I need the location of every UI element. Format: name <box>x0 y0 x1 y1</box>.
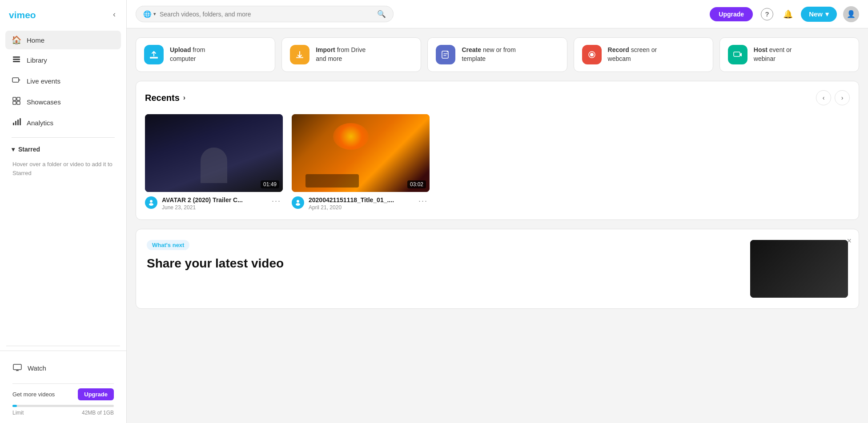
storage-bar-fill <box>12 405 17 407</box>
search-input[interactable] <box>160 11 374 18</box>
action-create[interactable]: Create new or fromtemplate <box>427 37 567 72</box>
storage-bar <box>12 405 114 407</box>
new-chevron-icon: ▾ <box>825 10 829 18</box>
sidebar: vimeo ‹ 🏠 Home Library <box>0 0 127 423</box>
action-host[interactable]: Host event orwebinar <box>719 37 859 72</box>
next-icon: › <box>841 94 844 101</box>
svg-rect-7 <box>17 97 20 100</box>
recents-title[interactable]: Recents › <box>145 93 185 103</box>
svg-rect-14 <box>13 364 21 370</box>
svg-rect-1 <box>13 56 20 58</box>
import-title: Import <box>316 46 335 53</box>
video-2-date: April 21, 2020 <box>309 204 412 211</box>
sidebar-collapse-button[interactable]: ‹ <box>111 8 117 21</box>
whats-next-thumb <box>750 240 848 298</box>
recents-arrow-icon: › <box>183 94 185 102</box>
svg-rect-6 <box>13 97 16 100</box>
sidebar-item-home-label: Home <box>27 36 44 44</box>
video-card-1[interactable]: 01:49 AVATAR 2 (2020) Trailer C... June … <box>145 114 283 211</box>
upload-text: Upload fromcomputer <box>170 46 205 63</box>
svg-point-22 <box>590 53 594 56</box>
sidebar-item-library[interactable]: Library <box>5 50 121 70</box>
svg-point-27 <box>296 203 300 206</box>
svg-rect-9 <box>17 101 20 104</box>
search-bar: 🌐 ▾ 🔍 <box>136 6 394 22</box>
video-1-avatar <box>145 196 157 209</box>
svg-rect-10 <box>13 123 14 125</box>
help-button[interactable]: ? <box>759 6 775 22</box>
svg-rect-3 <box>13 61 20 62</box>
prev-icon: ‹ <box>823 94 825 101</box>
new-button-label: New <box>809 10 823 18</box>
sidebar-item-analytics[interactable]: Analytics <box>5 113 121 133</box>
sidebar-header: vimeo ‹ <box>0 0 126 29</box>
svg-rect-2 <box>13 59 20 60</box>
svg-point-24 <box>150 200 153 203</box>
sidebar-item-library-label: Library <box>27 56 47 64</box>
upgrade-section: Get more videos Upgrade Limit 42MB of 1G… <box>6 388 120 416</box>
video-2-title: 20200421151118_Title_01_.... <box>309 196 412 204</box>
topbar-upgrade-button[interactable]: Upgrade <box>710 7 753 21</box>
svg-rect-12 <box>17 120 19 125</box>
sidebar-item-showcases[interactable]: Showcases <box>5 92 121 112</box>
whats-next-section: What's next Share your latest video × <box>136 229 859 309</box>
whats-next-title: Share your latest video <box>147 256 284 271</box>
action-upload[interactable]: Upload fromcomputer <box>136 37 275 72</box>
whats-next-close-button[interactable]: × <box>847 236 852 246</box>
main-content: 🌐 ▾ 🔍 Upgrade ? 🔔 New ▾ 👤 <box>127 0 868 423</box>
video-1-date: June 23, 2021 <box>162 204 265 211</box>
sidebar-item-live-events[interactable]: Live events <box>5 71 121 91</box>
videos-grid: 01:49 AVATAR 2 (2020) Trailer C... June … <box>145 114 850 211</box>
svg-rect-4 <box>12 78 19 82</box>
chevron-down-icon: ▾ <box>12 146 15 153</box>
sidebar-item-watch[interactable]: Watch <box>6 358 120 378</box>
video-meta-1: AVATAR 2 (2020) Trailer C... June 23, 20… <box>162 196 265 211</box>
import-icon <box>290 45 309 64</box>
action-import[interactable]: Import from Driveand more <box>281 37 421 72</box>
watch-icon <box>12 363 22 374</box>
topbar: 🌐 ▾ 🔍 Upgrade ? 🔔 New ▾ 👤 <box>127 0 868 28</box>
notifications-button[interactable]: 🔔 <box>781 8 795 21</box>
quick-actions: Upload fromcomputer Import from Driveand… <box>136 37 859 72</box>
sidebar-item-live-events-label: Live events <box>27 77 60 85</box>
svg-rect-8 <box>13 101 16 104</box>
video-2-more-button[interactable]: ··· <box>417 196 430 206</box>
starred-hint: Hover over a folder or video to add it t… <box>12 160 115 177</box>
recents-next-button[interactable]: › <box>835 90 850 105</box>
video-1-more-button[interactable]: ··· <box>270 196 283 206</box>
sidebar-bottom: Watch Get more videos Upgrade Limit 42MB… <box>0 351 126 423</box>
search-globe[interactable]: 🌐 ▾ <box>143 10 156 18</box>
bell-icon: 🔔 <box>783 10 793 19</box>
avatar[interactable]: 👤 <box>843 6 859 22</box>
whats-next-badge: What's next <box>147 240 189 250</box>
search-icon[interactable]: 🔍 <box>377 10 386 18</box>
limit-label: Limit <box>12 410 24 416</box>
starred-header[interactable]: ▾ Starred <box>12 142 115 156</box>
recents-prev-button[interactable]: ‹ <box>816 90 831 105</box>
video-info-1: AVATAR 2 (2020) Trailer C... June 23, 20… <box>145 196 283 211</box>
sidebar-item-watch-label: Watch <box>28 364 46 372</box>
globe-chevron-icon: ▾ <box>153 11 156 17</box>
video-thumb-1: 01:49 <box>145 114 283 192</box>
video-1-duration: 01:49 <box>261 180 279 188</box>
video-1-title: AVATAR 2 (2020) Trailer C... <box>162 196 265 204</box>
sidebar-upgrade-button[interactable]: Upgrade <box>78 388 114 400</box>
home-icon: 🏠 <box>12 35 21 45</box>
svg-rect-17 <box>296 57 303 58</box>
showcases-icon <box>12 96 21 108</box>
host-icon <box>728 45 747 64</box>
storage-limit-row: Limit 42MB of 1GB <box>12 410 114 416</box>
action-record[interactable]: Record screen orwebcam <box>574 37 713 72</box>
video-thumb-2: 03:02 <box>292 114 430 192</box>
help-icon: ? <box>761 8 773 20</box>
nav-divider-3 <box>12 383 114 384</box>
recents-nav-arrows: ‹ › <box>816 90 850 105</box>
starred-label: Starred <box>18 146 40 153</box>
sidebar-item-home[interactable]: 🏠 Home <box>5 31 121 49</box>
starred-section: ▾ Starred Hover over a folder or video t… <box>5 142 121 177</box>
new-button[interactable]: New ▾ <box>801 7 837 22</box>
upgrade-row: Get more videos Upgrade <box>12 388 114 400</box>
video-2-avatar <box>292 196 304 209</box>
video-card-2[interactable]: 03:02 20200421151118_Title_01_.... April… <box>292 114 430 211</box>
avatar-icon: 👤 <box>847 10 856 18</box>
